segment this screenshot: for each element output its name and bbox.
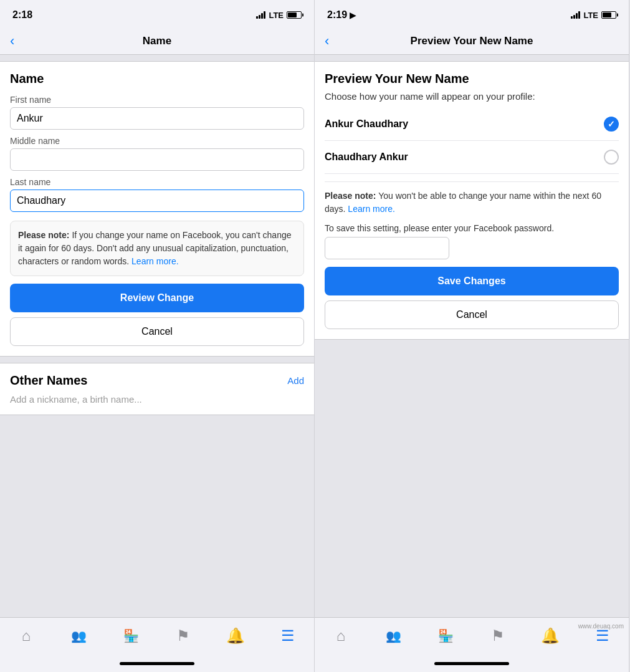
last-name-label: Last name [10,177,304,187]
home-bar-right [315,655,629,672]
tab-watch-left[interactable]: ⚑ [157,628,209,643]
friends-icon-left: 👥 [71,630,87,642]
radio-option-1[interactable] [604,117,619,132]
signal-icon-left [256,11,265,19]
cancel-button-left[interactable]: Cancel [10,317,304,346]
network-label-left: LTE [269,11,284,20]
other-names-title: Other Names [10,373,88,388]
review-change-button[interactable]: Review Change [10,284,304,312]
tab-menu-right[interactable]: ☰ [576,628,629,643]
battery-icon-left [287,11,302,19]
first-name-input[interactable] [10,107,304,130]
tab-notifications-left[interactable]: 🔔 [209,628,262,643]
radio-option-2[interactable] [604,150,619,165]
nav-bar-right: ‹ Preview Your New Name [315,27,629,55]
tab-menu-left[interactable]: ☰ [262,628,314,643]
preview-section-title: Preview Your New Name [325,72,619,86]
menu-icon-right: ☰ [596,628,609,643]
friends-icon-right: 👥 [386,630,401,642]
watch-icon-right: ⚑ [491,628,505,643]
password-prompt: To save this setting, please enter your … [325,223,619,233]
status-icons-left: LTE [256,11,302,20]
first-name-label: First name [10,95,304,105]
other-names-header: Other Names Add [10,373,304,388]
tab-bar-left: ⌂ 👥 🏪 ⚑ 🔔 ☰ [0,617,314,655]
location-icon-right: ▶ [350,10,356,20]
status-time-left: 2:18 [12,9,32,21]
tab-home-right[interactable]: ⌂ [315,628,367,643]
preview-card: Preview Your New Name Choose how your na… [315,61,629,340]
name-card: Name First name Middle name Last name Pl… [0,61,314,357]
tab-marketplace-left[interactable]: 🏪 [105,630,157,642]
note-bold-right: Please note: [325,191,376,201]
name-section-title: Name [10,72,304,86]
notifications-icon-right: 🔔 [541,628,560,643]
name-option-2[interactable]: Chaudhary Ankur [325,141,619,174]
back-button-right[interactable]: ‹ [325,34,329,48]
nav-title-left: Name [143,35,171,47]
watch-icon-left: ⚑ [176,628,190,643]
home-icon-right: ⌂ [336,628,346,643]
status-icons-right: LTE [571,11,616,20]
status-time-right: 2:19 [327,9,347,21]
content-right: Preview Your New Name Choose how your na… [315,55,629,617]
middle-name-input[interactable] [10,148,304,171]
tab-notifications-right[interactable]: 🔔 [524,628,576,643]
marketplace-icon-right: 🏪 [438,630,454,642]
name-option-1[interactable]: Ankur Chaudhary [325,108,619,141]
status-bar-left: 2:18 LTE [0,0,314,27]
nav-bar-left: ‹ Name [0,27,314,55]
tab-home-left[interactable]: ⌂ [0,628,52,643]
cancel-button-right[interactable]: Cancel [325,300,619,329]
nickname-placeholder[interactable]: Add a nickname, a birth name... [10,394,304,405]
network-label-right: LTE [583,11,598,20]
tab-marketplace-right[interactable]: 🏪 [419,630,472,642]
name-option-1-text: Ankur Chaudhary [325,118,408,130]
other-names-card: Other Names Add Add a nickname, a birth … [0,363,314,415]
watermark: www.deuaq.com [578,623,624,630]
name-note-box: Please note: If you change your name on … [10,221,304,276]
nav-title-right: Preview Your New Name [411,35,533,47]
tab-friends-right[interactable]: 👥 [367,630,419,642]
home-indicator-right [434,662,509,665]
home-icon-left: ⌂ [22,628,31,643]
preview-note-box: Please note: You won't be able to change… [325,181,619,216]
menu-icon-left: ☰ [281,628,295,643]
name-option-2-text: Chaudhary Ankur [325,151,408,163]
battery-icon-right [601,11,616,19]
right-phone: 2:19 ▶ LTE ‹ Preview Your New Name Previ… [315,0,629,672]
password-input[interactable] [325,237,449,259]
middle-name-label: Middle name [10,136,304,146]
notifications-icon-left: 🔔 [226,628,245,643]
save-changes-button[interactable]: Save Changes [325,267,619,295]
tab-friends-left[interactable]: 👥 [52,630,105,642]
preview-subtitle: Choose how your name will appear on your… [325,91,619,102]
learn-more-link-left[interactable]: Learn more. [131,256,178,266]
add-other-name-button[interactable]: Add [287,375,304,386]
note-bold-left: Please note: [18,230,69,240]
home-bar-left [0,655,314,672]
signal-icon-right [571,11,580,19]
home-indicator-left [120,662,194,665]
back-button-left[interactable]: ‹ [10,34,14,48]
left-phone: 2:18 LTE ‹ Name Name First name Middle n… [0,0,315,672]
marketplace-icon-left: 🏪 [123,630,139,642]
content-left: Name First name Middle name Last name Pl… [0,55,314,617]
last-name-input[interactable] [10,190,304,212]
learn-more-link-right[interactable]: Learn more. [348,204,394,214]
status-bar-right: 2:19 ▶ LTE [315,0,629,27]
tab-watch-right[interactable]: ⚑ [472,628,524,643]
